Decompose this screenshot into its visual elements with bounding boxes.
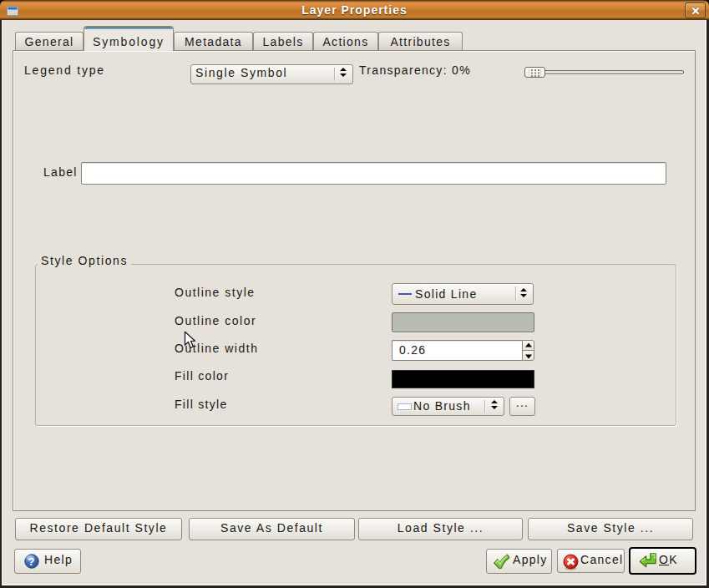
svg-text:?: ?: [28, 555, 35, 568]
